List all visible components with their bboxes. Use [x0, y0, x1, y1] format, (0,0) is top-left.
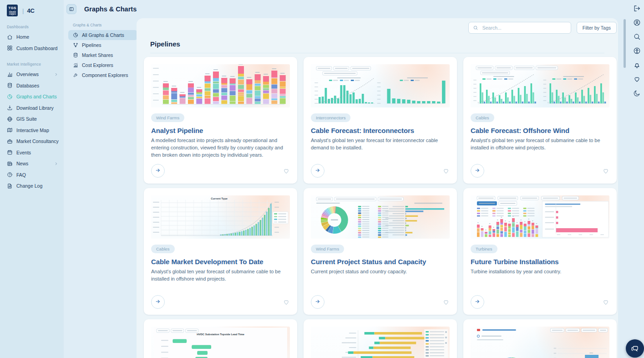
card-description: A modelled forecast into projects alread… — [151, 137, 290, 159]
subnav-item-component-explorers[interactable]: Component Explorers — [68, 70, 137, 80]
chat-icon — [631, 344, 639, 353]
bell-button[interactable] — [631, 59, 643, 71]
card-title: Cable Forecast: Interconnectors — [311, 127, 450, 134]
subnav-item-cost-explorers[interactable]: Cost Explorers — [68, 60, 137, 70]
chart-card-analyst-pipeline[interactable]: Wind FarmsAnalyst PipelineA modelled for… — [144, 57, 297, 184]
heart-icon — [633, 75, 641, 83]
subnav-item-label: Market Shares — [82, 52, 113, 58]
card-description: Analyst's global ten year forecast of su… — [471, 137, 609, 152]
arrow-right-icon — [314, 167, 321, 175]
database-icon — [73, 52, 78, 58]
cost-icon — [73, 62, 78, 68]
filter-by-tags-button[interactable]: Filter by Tags — [577, 22, 617, 34]
chart-card-partial[interactable] — [463, 319, 617, 358]
open-card-button[interactable] — [151, 295, 165, 309]
accessibility-button[interactable] — [631, 45, 643, 56]
subnav-item-market-shares[interactable]: Market Shares — [68, 50, 137, 60]
card-tag: Wind Farms — [151, 113, 184, 122]
overview-icon — [7, 72, 13, 77]
sidebar-item-gis-suite[interactable]: GIS Suite — [0, 113, 64, 125]
favorite-button[interactable] — [441, 167, 451, 176]
card-thumbnail — [151, 64, 290, 107]
sidebar-item-change-log[interactable]: Change Log — [0, 180, 64, 192]
favorite-button[interactable] — [282, 167, 291, 176]
scrollbar[interactable] — [624, 19, 626, 68]
chart-card-cable-forecast-interconnectors[interactable]: InterconnectorsCable Forecast: Interconn… — [304, 57, 457, 184]
open-card-button[interactable] — [311, 164, 325, 178]
sidebar-item-market-consultancy[interactable]: Market Consultancy — [0, 136, 64, 147]
card-description: Current project status and country capac… — [311, 268, 450, 276]
sidebar-item-home[interactable]: Home — [0, 31, 64, 43]
logo-waves-icon — [9, 11, 16, 15]
dashboard-icon — [7, 45, 13, 51]
chart-card-cable-forecast-offshore-wind[interactable]: CablesCable Forecast: Offshore WindAnaly… — [463, 57, 617, 184]
sidebar: TGS | 4C DashboardsHomeCustom DashboardM… — [0, 0, 64, 358]
sidebar-item-graphs-and-charts[interactable]: Graphs and Charts — [0, 91, 64, 102]
chart-card-cable-market-development-to-date[interactable]: Current TypeCablesCable Market Developme… — [144, 188, 297, 315]
chart-card-partial[interactable] — [304, 319, 457, 358]
sidebar-item-overviews[interactable]: Overviews — [0, 69, 64, 80]
user-button[interactable] — [631, 16, 643, 28]
sidebar-toggle-button[interactable] — [66, 4, 76, 14]
chart-card-current-project-status-and-capacity[interactable]: Wind FarmsCurrent Project Status and Cap… — [304, 188, 457, 315]
sidebar-item-databases[interactable]: Databases — [0, 80, 64, 92]
card-thumbnail — [471, 64, 609, 107]
search-button[interactable] — [631, 31, 643, 42]
sidebar-item-events[interactable]: Events — [0, 147, 64, 159]
heart-button[interactable] — [631, 73, 643, 85]
card-thumbnail — [471, 327, 609, 358]
chat-button[interactable] — [626, 339, 644, 358]
chart-card-future-turbine-installations[interactable]: TurbinesFuture Turbine InstallationsTurb… — [463, 188, 617, 315]
heart-icon — [283, 167, 290, 176]
open-card-button[interactable] — [471, 295, 484, 309]
search-icon — [633, 33, 641, 41]
content-panel: Filter by Tags Pipelines Wind FarmsAnaly… — [137, 18, 618, 358]
doc-icon — [7, 183, 13, 189]
arrow-right-icon — [474, 167, 481, 175]
sidebar-item-faq[interactable]: FAQ — [0, 169, 64, 181]
search-input[interactable] — [482, 25, 567, 31]
tgs-logo[interactable]: TGS — [7, 5, 18, 16]
logout-icon — [633, 5, 641, 12]
sidebar-item-download-library[interactable]: Download Library — [0, 102, 64, 114]
subnav-item-all-graphs-charts[interactable]: All Graphs & Charts — [68, 30, 137, 40]
user-icon — [633, 19, 641, 26]
card-title: Cable Market Development To Date — [151, 258, 290, 266]
moon-button[interactable] — [631, 87, 643, 99]
svg-text:Current Type: Current Type — [211, 197, 228, 200]
favorite-button[interactable] — [441, 298, 451, 307]
favorite-button[interactable] — [601, 167, 610, 176]
sidebar-item-label: Home — [16, 34, 29, 40]
card-tag: Cables — [151, 245, 175, 253]
open-card-button[interactable] — [151, 164, 165, 178]
subnav-item-pipelines[interactable]: Pipelines — [68, 40, 137, 50]
logout-button[interactable] — [631, 2, 643, 14]
sidebar-item-custom-dashboard[interactable]: Custom Dashboard — [0, 43, 64, 54]
favorite-button[interactable] — [282, 298, 291, 307]
card-thumbnail — [311, 64, 450, 107]
card-thumbnail: HVDC Substation Topside Lead Time — [151, 327, 290, 358]
card-title: Current Project Status and Capacity — [311, 258, 450, 266]
favorite-button[interactable] — [601, 298, 610, 307]
open-card-button[interactable] — [471, 164, 484, 178]
arrow-right-icon — [474, 298, 481, 306]
sidebar-item-label: Overviews — [16, 72, 39, 77]
pipeline-icon — [73, 42, 78, 48]
sidebar-section-label: Market Intelligence — [7, 62, 64, 66]
sidebar-section-label: Dashboards — [7, 25, 64, 29]
open-card-button[interactable] — [311, 295, 325, 309]
database-icon — [7, 82, 13, 88]
brand-divider: | — [22, 7, 24, 14]
sidebar-item-label: Download Library — [16, 105, 54, 111]
sidebar-item-label: Custom Dashboard — [16, 46, 57, 51]
card-description: Analyst's global ten year forecast of su… — [151, 268, 290, 283]
heart-icon — [442, 298, 450, 307]
chart-card-partial[interactable]: HVDC Substation Topside Lead Time — [144, 319, 297, 358]
toolbar: Filter by Tags — [468, 22, 617, 34]
sidebar-item-interactive-map[interactable]: Interactive Map — [0, 125, 64, 136]
wrench-icon — [73, 72, 78, 78]
sidebar-item-label: Interactive Map — [16, 128, 49, 133]
section-title: Pipelines — [150, 40, 180, 48]
sidebar-item-news[interactable]: News — [0, 158, 64, 169]
card-title: Cable Forecast: Offshore Wind — [471, 127, 609, 134]
